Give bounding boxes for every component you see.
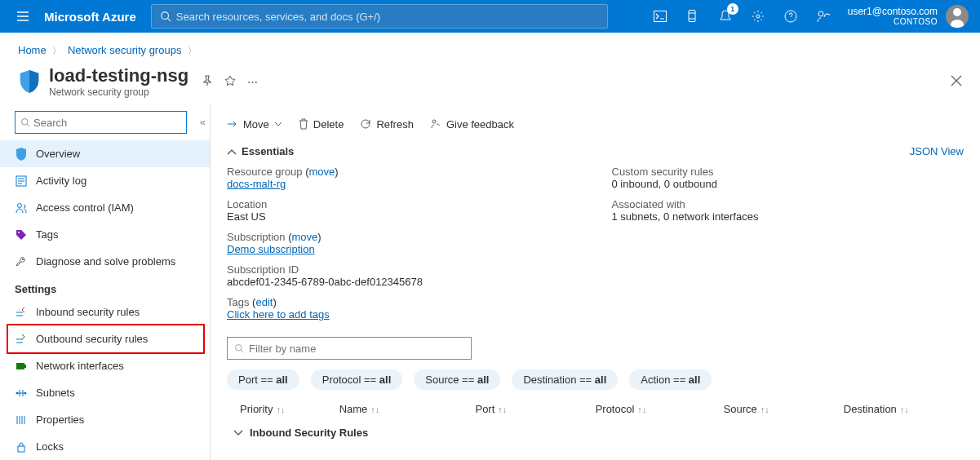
wrench-icon — [15, 255, 28, 268]
col-priority[interactable]: Priority↑↓ — [227, 403, 339, 415]
sidebar-item-tags[interactable]: Tags — [0, 221, 210, 248]
filter-pills: Port == all Protocol == all Source == al… — [227, 369, 964, 390]
svg-point-14 — [432, 120, 436, 123]
chevron-up-icon[interactable] — [227, 145, 237, 157]
properties-icon — [15, 414, 28, 427]
sidebar-item-label: Inbound security rules — [36, 306, 140, 318]
svg-rect-13 — [18, 446, 24, 452]
star-icon[interactable] — [224, 75, 236, 89]
svg-point-3 — [756, 15, 760, 18]
breadcrumb-home[interactable]: Home — [18, 44, 47, 56]
resource-group-move-link[interactable]: move — [308, 166, 335, 178]
sidebar-item-activity-log[interactable]: Activity log — [0, 167, 210, 194]
sidebar-item-label: Tags — [36, 228, 58, 241]
inbound-icon — [15, 306, 28, 319]
feedback-button[interactable]: Give feedback — [430, 118, 514, 130]
svg-rect-10 — [16, 363, 24, 369]
refresh-button[interactable]: Refresh — [360, 118, 414, 130]
subscription-move-link[interactable]: move — [292, 231, 318, 243]
filter-row — [227, 337, 964, 360]
chevron-right-icon: 〉 — [188, 46, 197, 55]
pill-action[interactable]: Action == all — [629, 369, 712, 390]
col-protocol[interactable]: Protocol↑↓ — [596, 403, 724, 415]
page-subtitle: Network security group — [49, 86, 188, 98]
subscription-value[interactable]: Demo subscription — [227, 243, 315, 255]
directory-icon[interactable] — [676, 0, 709, 33]
more-icon[interactable]: ⋯ — [247, 76, 258, 88]
subscription-id-value: abcdef01-2345-6789-0abc-def012345678 — [227, 276, 579, 288]
sidebar-search[interactable]: « — [15, 111, 187, 134]
settings-icon[interactable] — [742, 0, 774, 33]
svg-point-11 — [16, 391, 19, 394]
pill-port[interactable]: Port == all — [227, 369, 299, 390]
cloud-shell-icon[interactable] — [644, 0, 676, 33]
sort-icon: ↑↓ — [900, 405, 909, 414]
collapse-icon[interactable]: « — [200, 116, 206, 128]
sidebar-item-iam[interactable]: Access control (IAM) — [0, 194, 210, 221]
sidebar-item-label: Network interfaces — [36, 360, 124, 372]
subscription-label: Subscription — [227, 231, 286, 243]
essentials-grid: Resource group (move) docs-malt-rg Locat… — [227, 166, 964, 329]
resource-group-value[interactable]: docs-malt-rg — [227, 178, 286, 190]
custom-rules-value: 0 inbound, 0 outbound — [612, 178, 964, 190]
sidebar-item-outbound-rules[interactable]: Outbound security rules — [15, 325, 200, 352]
move-button[interactable]: Move — [227, 118, 282, 130]
col-name[interactable]: Name↑↓ — [339, 403, 476, 415]
pill-destination[interactable]: Destination == all — [512, 369, 618, 390]
sidebar-item-locks[interactable]: Locks — [0, 433, 210, 460]
svg-point-12 — [24, 391, 27, 394]
sort-icon: ↑↓ — [637, 405, 646, 414]
rules-section-label: Inbound Security Rules — [250, 427, 368, 439]
sidebar-item-label: Properties — [36, 414, 84, 426]
global-search-input[interactable] — [176, 11, 599, 23]
pill-protocol[interactable]: Protocol == all — [311, 369, 403, 390]
lock-icon — [15, 440, 28, 453]
sidebar-item-subnets[interactable]: Subnets — [0, 379, 210, 406]
json-view-link[interactable]: JSON View — [910, 145, 964, 157]
svg-point-0 — [162, 12, 169, 20]
sidebar-item-inbound-rules[interactable]: Inbound security rules — [0, 299, 210, 325]
chevron-right-icon: 〉 — [52, 46, 61, 55]
sidebar-item-diagnose[interactable]: Diagnose and solve problems — [0, 248, 210, 275]
col-destination[interactable]: Destination↑↓ — [844, 403, 964, 415]
feedback-icon[interactable] — [807, 0, 840, 33]
nic-icon — [15, 360, 28, 373]
chevron-down-icon — [233, 427, 243, 439]
sort-icon: ↑↓ — [370, 405, 379, 414]
cmd-label: Give feedback — [446, 118, 514, 130]
sidebar-item-network-interfaces[interactable]: Network interfaces — [0, 352, 210, 379]
location-value: East US — [227, 210, 579, 223]
tags-edit-link[interactable]: edit — [255, 296, 273, 308]
essentials-header: Essentials JSON View — [227, 145, 964, 157]
tags-value[interactable]: Click here to add tags — [227, 308, 330, 321]
help-icon[interactable] — [774, 0, 807, 33]
sidebar-item-properties[interactable]: Properties — [0, 406, 210, 433]
breadcrumb-nsg[interactable]: Network security groups — [68, 44, 181, 56]
essentials-col-right: Custom security rules 0 inbound, 0 outbo… — [612, 166, 964, 329]
avatar[interactable] — [946, 5, 969, 28]
col-port[interactable]: Port↑↓ — [475, 403, 595, 415]
col-source[interactable]: Source↑↓ — [724, 403, 844, 415]
close-icon[interactable] — [951, 73, 962, 91]
header-actions: ⋯ — [202, 75, 258, 89]
brand-label[interactable]: Microsoft Azure — [44, 10, 136, 24]
top-bar: Microsoft Azure 1 user1@contoso.com CONT… — [0, 0, 980, 33]
filter-input-wrap[interactable] — [227, 337, 472, 360]
page-title: load-testing-nsg — [49, 65, 188, 86]
global-search[interactable] — [151, 4, 608, 29]
filter-input[interactable] — [249, 343, 464, 355]
account-block[interactable]: user1@contoso.com CONTOSO — [840, 7, 942, 26]
essentials-col-left: Resource group (move) docs-malt-rg Locat… — [227, 166, 579, 329]
menu-icon[interactable] — [8, 10, 38, 23]
page-header: load-testing-nsg Network security group … — [0, 62, 980, 104]
delete-button[interactable]: Delete — [299, 118, 344, 130]
sidebar-search-input[interactable] — [33, 117, 181, 129]
title-block: load-testing-nsg Network security group — [49, 65, 188, 98]
pin-icon[interactable] — [202, 75, 213, 89]
rules-section-inbound[interactable]: Inbound Security Rules — [227, 427, 964, 439]
sort-icon: ↑↓ — [276, 405, 285, 414]
notifications-icon[interactable]: 1 — [709, 0, 742, 33]
pill-source[interactable]: Source == all — [414, 369, 500, 390]
sidebar-item-overview[interactable]: Overview — [0, 140, 210, 167]
outbound-icon — [15, 333, 28, 346]
